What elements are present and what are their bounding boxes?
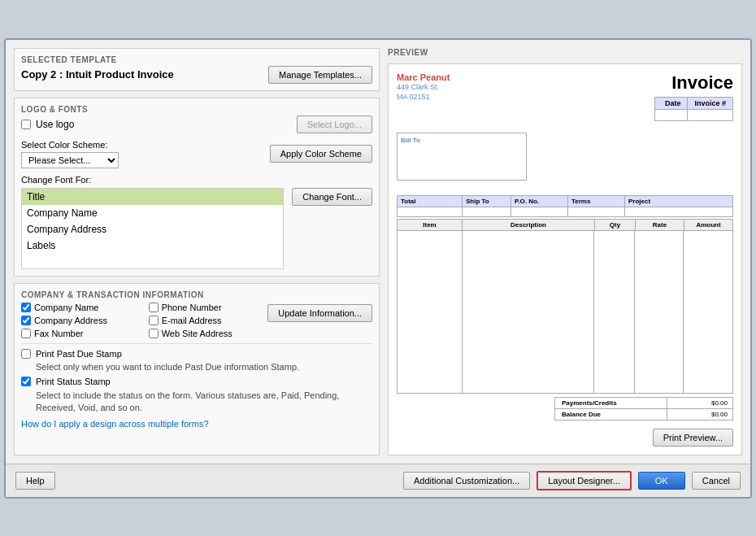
inv-payments-value: $0.00: [667, 397, 732, 408]
left-panel: SELECTED TEMPLATE Copy 2 : Intuit Produc…: [14, 48, 380, 455]
footer-buttons: Help Additional Customization... Layout …: [6, 464, 750, 497]
cancel-button[interactable]: Cancel: [692, 472, 741, 490]
fax-number-checkbox[interactable]: [21, 329, 31, 338]
past-due-desc: Select only when you want to include Pas…: [21, 362, 372, 372]
color-scheme-label: Select Color Scheme:: [21, 140, 262, 150]
inv-balance-value: $0.00: [667, 408, 732, 420]
ok-button[interactable]: OK: [638, 472, 685, 490]
company-section-label: COMPANY & TRANSACTION INFORMATION: [21, 290, 372, 299]
layout-designer-button[interactable]: Layout Designer...: [537, 471, 632, 490]
inv-payments-label: Payments/Credits: [555, 397, 667, 408]
use-logo-label: Use logo: [36, 119, 74, 130]
main-dialog: SELECTED TEMPLATE Copy 2 : Intuit Produc…: [4, 38, 752, 499]
company-name-checkbox[interactable]: [21, 303, 31, 312]
fax-number-check-label[interactable]: Fax Number: [21, 329, 133, 338]
inv-bill-to-box: Bill To: [397, 133, 527, 181]
inv-qty-col: Qty: [595, 219, 636, 230]
help-button[interactable]: Help: [15, 472, 55, 490]
change-font-button[interactable]: Change Font...: [292, 188, 372, 206]
inv-project-label: Project: [625, 195, 733, 207]
inv-po-label: P.O. No.: [511, 195, 568, 207]
right-panel: PREVIEW Marc Peanut 449 Clark St. MA 021…: [388, 48, 742, 455]
apply-color-scheme-button[interactable]: Apply Color Scheme: [270, 145, 372, 163]
logo-fonts-section: LOGO & FONTS Use logo Select Logo... Sel…: [14, 98, 380, 277]
manage-templates-button[interactable]: Manage Templates...: [268, 66, 372, 84]
change-font-label: Change Font For:: [21, 175, 372, 185]
phone-number-checkbox[interactable]: [149, 303, 159, 312]
company-address-check-label[interactable]: Company Address: [21, 316, 133, 325]
design-link[interactable]: How do I apply a design across multiple …: [21, 419, 372, 429]
inv-terms-label: Terms: [568, 195, 625, 207]
font-item-labels[interactable]: Labels: [22, 237, 283, 254]
preview-label: PREVIEW: [388, 48, 742, 57]
select-logo-button[interactable]: Select Logo...: [297, 115, 372, 133]
inv-total-label: Total: [398, 195, 463, 207]
company-section: COMPANY & TRANSACTION INFORMATION Compan…: [14, 283, 380, 455]
font-list[interactable]: Title Company Name Company Address Label…: [21, 188, 284, 269]
inv-company-name: Marc Peanut: [397, 72, 450, 82]
invoice-preview: Marc Peanut 449 Clark St. MA 02151 Invoi…: [388, 63, 742, 455]
inv-bill-to-label: Bill To: [401, 137, 523, 144]
past-due-stamp-checkbox[interactable]: [21, 349, 31, 359]
inv-item-col: Item: [398, 219, 463, 230]
font-item-company-address[interactable]: Company Address: [22, 221, 283, 237]
inv-date-header: Date: [655, 97, 688, 109]
email-address-checkbox[interactable]: [149, 316, 159, 325]
inv-amount-col: Amount: [684, 219, 733, 230]
past-due-label: Print Past Due Stamp: [36, 349, 122, 359]
logo-fonts-label: LOGO & FONTS: [21, 105, 372, 114]
template-name: Copy 2 : Intuit Product Invoice: [21, 68, 260, 81]
use-logo-checkbox[interactable]: [21, 120, 31, 129]
website-check-label[interactable]: Web Site Address: [149, 329, 260, 338]
inv-items-body: [397, 231, 733, 394]
phone-number-check-label[interactable]: Phone Number: [149, 303, 260, 312]
inv-title: Invoice: [654, 72, 733, 94]
inv-summary-table: Total Ship To P.O. No. Terms Project: [397, 195, 733, 217]
selected-template-section: SELECTED TEMPLATE Copy 2 : Intuit Produc…: [14, 48, 380, 91]
inv-desc-col: Description: [463, 219, 595, 230]
print-preview-button[interactable]: Print Preview...: [653, 429, 733, 447]
inv-balance-label: Balance Due: [555, 408, 667, 420]
font-item-company-name[interactable]: Company Name: [22, 205, 283, 221]
print-status-label: Print Status Stamp: [36, 377, 111, 386]
inv-company-addr1: 449 Clark St.: [397, 82, 450, 93]
email-address-check-label[interactable]: E-mail Address: [149, 316, 260, 325]
inv-ship-to-label: Ship To: [463, 195, 511, 207]
inv-company-addr2: MA 02151: [397, 92, 450, 102]
inv-num-header: Invoice #: [688, 97, 733, 109]
inv-date-table: Date Invoice #: [654, 97, 733, 121]
print-status-stamp-checkbox[interactable]: [21, 377, 31, 386]
additional-customization-button[interactable]: Additional Customization...: [403, 472, 530, 490]
inv-rate-col: Rate: [636, 219, 684, 230]
selected-template-label: SELECTED TEMPLATE: [21, 55, 372, 64]
color-scheme-select[interactable]: Please Select...: [21, 152, 119, 168]
company-address-checkbox[interactable]: [21, 316, 31, 325]
font-item-title[interactable]: Title: [22, 189, 283, 205]
inv-footer-totals: Payments/Credits $0.00 Balance Due $0.00: [554, 397, 733, 421]
inv-items-table: Item Description Qty Rate Amount: [397, 219, 733, 231]
update-information-button[interactable]: Update Information...: [267, 304, 372, 322]
print-status-desc: Select to include the status on the form…: [21, 390, 372, 415]
company-name-check-label[interactable]: Company Name: [21, 303, 133, 312]
website-checkbox[interactable]: [149, 329, 159, 338]
